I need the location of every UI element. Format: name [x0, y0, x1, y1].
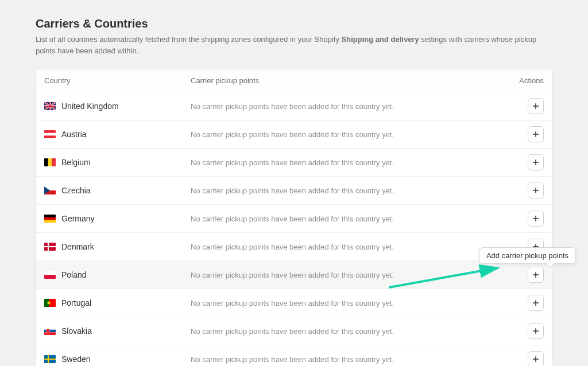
country-name: Czechia — [61, 186, 91, 195]
flag-icon — [44, 186, 56, 194]
col-country-header: Country — [44, 76, 191, 85]
flag-icon — [44, 102, 56, 110]
add-carrier-button[interactable] — [528, 211, 544, 227]
actions-cell — [504, 351, 544, 366]
plus-icon — [532, 158, 540, 166]
country-name: Belgium — [61, 158, 91, 167]
flag-icon — [44, 130, 56, 138]
country-name: Denmark — [61, 242, 94, 251]
actions-cell — [504, 295, 544, 311]
actions-cell — [504, 154, 544, 170]
actions-cell — [504, 323, 544, 339]
country-cell: Poland — [44, 270, 191, 279]
add-carrier-button[interactable] — [528, 267, 544, 283]
add-carrier-button[interactable] — [528, 351, 544, 366]
actions-cell: Add carrier pickup points — [504, 267, 544, 283]
carrier-cell: No carrier pickup points have been added… — [191, 186, 504, 195]
table-header: Country Carrier pickup points Actions — [36, 69, 552, 92]
country-cell: Denmark — [44, 242, 191, 251]
page-description: List of all countries automatically fetc… — [36, 34, 552, 56]
carrier-cell: No carrier pickup points have been added… — [191, 299, 504, 307]
carrier-cell: No carrier pickup points have been added… — [191, 102, 504, 111]
table-row: United KingdomNo carrier pickup points h… — [36, 92, 552, 120]
table-row: SwedenNo carrier pickup points have been… — [36, 345, 552, 366]
add-carrier-button[interactable] — [528, 154, 544, 170]
carrier-cell: No carrier pickup points have been added… — [191, 243, 504, 251]
carrier-cell: No carrier pickup points have been added… — [191, 355, 504, 364]
carrier-cell: No carrier pickup points have been added… — [191, 215, 504, 223]
flag-icon — [44, 299, 56, 307]
country-cell: Slovakia — [44, 326, 191, 336]
col-actions-header: Actions — [504, 76, 544, 85]
carrier-cell: No carrier pickup points have been added… — [191, 158, 504, 167]
country-name: Portugal — [61, 298, 91, 307]
plus-icon — [532, 186, 540, 194]
country-name: Sweden — [61, 355, 91, 364]
add-carrier-button[interactable] — [528, 295, 544, 311]
table-row: AustriaNo carrier pickup points have bee… — [36, 120, 552, 149]
plus-icon — [532, 215, 540, 223]
table-body: United KingdomNo carrier pickup points h… — [36, 92, 552, 366]
plus-icon — [532, 130, 540, 138]
country-cell: United Kingdom — [44, 102, 191, 111]
plus-icon — [532, 102, 540, 110]
add-carrier-button[interactable] — [528, 323, 544, 339]
table-row: PortugalNo carrier pickup points have be… — [36, 289, 552, 317]
add-carrier-button[interactable] — [528, 126, 544, 142]
plus-icon — [532, 327, 540, 335]
country-cell: Czechia — [44, 186, 191, 195]
actions-cell — [504, 98, 544, 114]
country-cell: Portugal — [44, 298, 191, 307]
carrier-cell: No carrier pickup points have been added… — [191, 271, 504, 279]
flag-icon — [44, 243, 56, 251]
plus-icon — [532, 271, 540, 279]
table-row: PolandNo carrier pickup points have been… — [36, 261, 552, 289]
country-cell: Germany — [44, 214, 191, 223]
table-row: DenmarkNo carrier pickup points have bee… — [36, 233, 552, 261]
flag-icon — [44, 271, 56, 279]
country-name: Slovakia — [61, 326, 92, 336]
page-title: Carriers & Countries — [36, 17, 552, 30]
add-carrier-button[interactable] — [528, 182, 544, 198]
flag-icon — [44, 215, 56, 223]
add-carrier-button[interactable] — [528, 98, 544, 114]
actions-cell — [504, 182, 544, 198]
page-desc-prefix: List of all countries automatically fetc… — [36, 35, 342, 44]
col-carrier-header: Carrier pickup points — [191, 76, 504, 85]
flag-icon — [44, 327, 56, 335]
plus-icon — [532, 299, 540, 307]
countries-card: Country Carrier pickup points Actions Un… — [36, 69, 552, 366]
carrier-cell: No carrier pickup points have been added… — [191, 130, 504, 139]
plus-icon — [532, 355, 540, 363]
table-row: SlovakiaNo carrier pickup points have be… — [36, 317, 552, 345]
country-name: Austria — [61, 130, 87, 139]
country-name: Poland — [61, 270, 87, 279]
add-carrier-tooltip: Add carrier pickup points — [479, 247, 576, 264]
country-cell: Belgium — [44, 158, 191, 167]
carrier-cell: No carrier pickup points have been added… — [191, 327, 504, 336]
table-row: GermanyNo carrier pickup points have bee… — [36, 205, 552, 233]
page-desc-strong: Shipping and delivery — [342, 35, 419, 44]
country-cell: Austria — [44, 130, 191, 139]
country-name: United Kingdom — [61, 102, 119, 111]
country-name: Germany — [61, 214, 95, 223]
table-row: CzechiaNo carrier pickup points have bee… — [36, 177, 552, 205]
flag-icon — [44, 355, 56, 363]
table-row: BelgiumNo carrier pickup points have bee… — [36, 149, 552, 177]
flag-icon — [44, 158, 56, 166]
actions-cell — [504, 126, 544, 142]
country-cell: Sweden — [44, 355, 191, 364]
actions-cell — [504, 211, 544, 227]
